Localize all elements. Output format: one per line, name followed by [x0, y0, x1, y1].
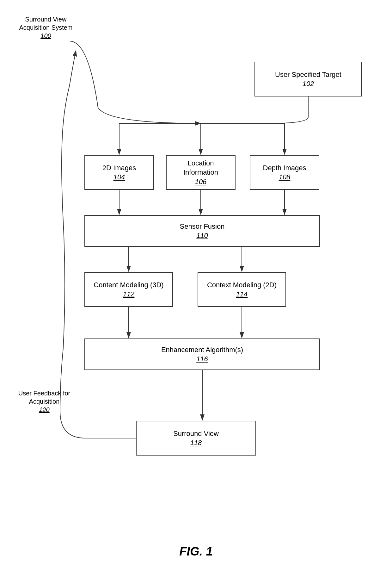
location-information-box: Location Information 106: [166, 155, 236, 190]
content-modeling-box: Content Modeling (3D) 112: [84, 272, 173, 307]
figure-caption: FIG. 1: [0, 545, 392, 558]
depth-images-box: Depth Images 108: [250, 155, 319, 190]
context-modeling-box: Context Modeling (2D) 114: [198, 272, 286, 307]
sensor-fusion-box: Sensor Fusion 110: [84, 215, 320, 247]
system-label: Surround View Acquisition System 100: [17, 15, 74, 40]
diagram-container: Surround View Acquisition System 100 Use…: [0, 0, 392, 571]
user-specified-target-box: User Specified Target 102: [254, 62, 362, 96]
enhancement-algorithms-box: Enhancement Algorithm(s) 116: [84, 338, 320, 370]
surround-view-box: Surround View 118: [136, 421, 256, 456]
2d-images-box: 2D Images 104: [84, 155, 154, 190]
feedback-label: User Feedback for Acquisition 120: [17, 389, 71, 414]
